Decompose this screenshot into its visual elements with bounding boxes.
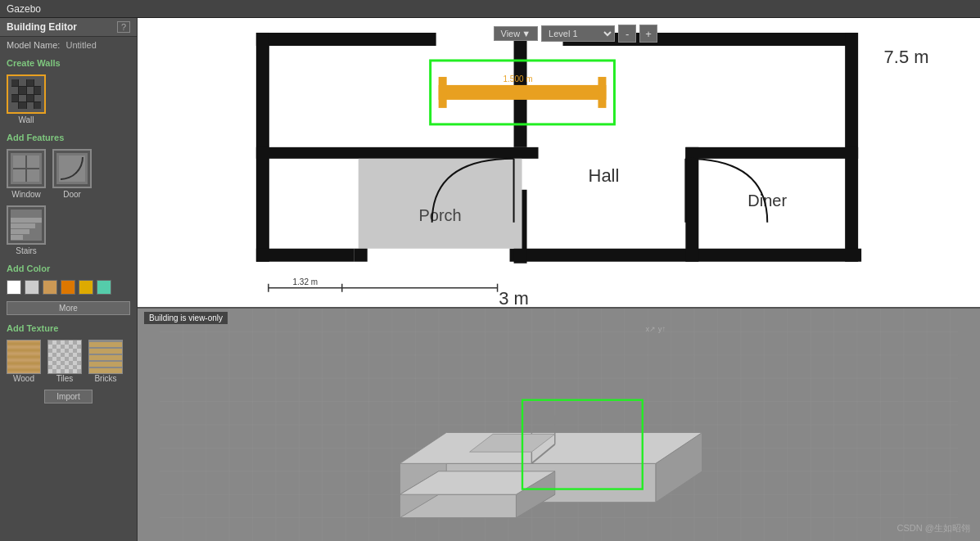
window-item[interactable]: Window <box>7 149 46 199</box>
svg-text:Diner: Diner <box>747 192 787 210</box>
door-icon-graphic <box>56 153 88 184</box>
watermark: CSDN @生如昭翎 <box>897 522 970 534</box>
minus-button[interactable]: - <box>618 25 636 43</box>
color-swatch-orange[interactable] <box>61 280 75 295</box>
color-swatch-yellow[interactable] <box>79 280 93 295</box>
svg-text:3 m: 3 m <box>499 288 529 309</box>
svg-rect-9 <box>685 147 698 262</box>
svg-rect-16 <box>439 77 447 108</box>
import-button[interactable]: Import <box>44 390 92 403</box>
view-toolbar: View ▼ Level 1 - + <box>494 25 658 43</box>
add-texture-title: Add Texture <box>0 318 137 336</box>
view-chevron-icon: ▼ <box>522 29 531 38</box>
svg-rect-11 <box>685 147 858 159</box>
svg-rect-1 <box>256 33 436 46</box>
svg-text:Hall: Hall <box>589 165 620 186</box>
view-label: View <box>501 29 521 38</box>
window-icon[interactable] <box>7 149 46 188</box>
level-select[interactable]: Level 1 <box>541 25 615 42</box>
svg-rect-13 <box>355 249 368 262</box>
svg-rect-12 <box>359 159 522 249</box>
create-walls-grid: Wall <box>0 71 137 128</box>
door-icon[interactable] <box>52 149 92 188</box>
sidebar: Building Editor ? Model Name: Untitled C… <box>0 18 138 541</box>
bricks-texture-icon[interactable] <box>88 340 123 374</box>
svg-text:Porch: Porch <box>419 206 462 224</box>
door-label: Door <box>63 190 81 199</box>
content-area: View ▼ Level 1 - + <box>138 18 980 541</box>
tiles-texture-icon[interactable] <box>47 340 82 374</box>
wall-icon-graphic <box>11 79 41 109</box>
stairs-label: Stairs <box>16 246 37 255</box>
more-colors-button[interactable]: More <box>7 301 130 315</box>
model-name-value: Untitled <box>65 40 96 50</box>
building-editor-title: Building Editor <box>7 21 77 33</box>
color-swatch-gray[interactable] <box>25 280 39 295</box>
color-swatches <box>0 277 137 298</box>
wood-texture-icon[interactable] <box>7 340 41 374</box>
stairs-icon-graphic <box>11 210 42 241</box>
color-swatch-tan[interactable] <box>43 280 57 295</box>
stairs-icon[interactable] <box>7 205 46 245</box>
main-layout: Building Editor ? Model Name: Untitled C… <box>0 18 980 541</box>
model-name-row: Model Name: Untitled <box>0 37 137 53</box>
wall-item[interactable]: Wall <box>7 74 46 124</box>
door-item[interactable]: Door <box>52 149 92 199</box>
svg-text:1.32 m: 1.32 m <box>293 277 318 286</box>
3d-view-svg: x↗ y↑ <box>138 309 980 541</box>
tiles-texture-item[interactable]: Tiles <box>47 340 82 383</box>
sidebar-header: Building Editor ? <box>0 18 137 37</box>
bricks-label: Bricks <box>94 374 116 383</box>
add-features-grid: Window Door <box>0 146 137 259</box>
tiles-label: Tiles <box>56 374 74 383</box>
svg-rect-15 <box>439 85 607 100</box>
texture-grid: Wood Tiles Bricks <box>0 336 137 386</box>
color-swatch-teal[interactable] <box>97 280 111 295</box>
wood-label: Wood <box>13 374 34 383</box>
titlebar: Gazebo <box>0 0 980 18</box>
create-walls-title: Create Walls <box>0 53 137 71</box>
app-title: Gazebo <box>7 3 41 15</box>
door-arc <box>61 157 84 180</box>
building-view-only-notice: Building is view-only <box>144 312 228 324</box>
svg-rect-10 <box>256 147 539 159</box>
add-features-title: Add Features <box>0 128 137 146</box>
bricks-texture-item[interactable]: Bricks <box>88 340 123 383</box>
add-color-title: Add Color <box>0 259 137 277</box>
color-swatch-white[interactable] <box>7 280 21 295</box>
model-name-label: Model Name: <box>7 40 60 50</box>
svg-text:7.5 m: 7.5 m <box>884 47 929 67</box>
svg-text:1.500 m: 1.500 m <box>504 74 533 83</box>
help-button[interactable]: ? <box>117 21 130 33</box>
view-only-text: Building is view-only <box>149 313 223 322</box>
svg-text:x↗ y↑: x↗ y↑ <box>645 324 666 333</box>
wood-texture-item[interactable]: Wood <box>7 340 41 383</box>
wall-icon[interactable] <box>7 74 46 114</box>
svg-rect-5 <box>256 249 355 262</box>
svg-rect-17 <box>598 77 606 108</box>
view-button[interactable]: View ▼ <box>494 26 539 41</box>
bottom-view: Building is view-only <box>138 309 980 541</box>
floor-plan-svg: 1.500 m Hall Porch Diner 1.32 m <box>138 18 980 309</box>
top-view: View ▼ Level 1 - + <box>138 18 980 309</box>
stairs-item[interactable]: Stairs <box>7 205 46 255</box>
wall-label: Wall <box>18 115 34 124</box>
window-label: Window <box>11 190 41 199</box>
plus-button[interactable]: + <box>639 25 657 43</box>
window-icon-graphic <box>11 153 42 184</box>
